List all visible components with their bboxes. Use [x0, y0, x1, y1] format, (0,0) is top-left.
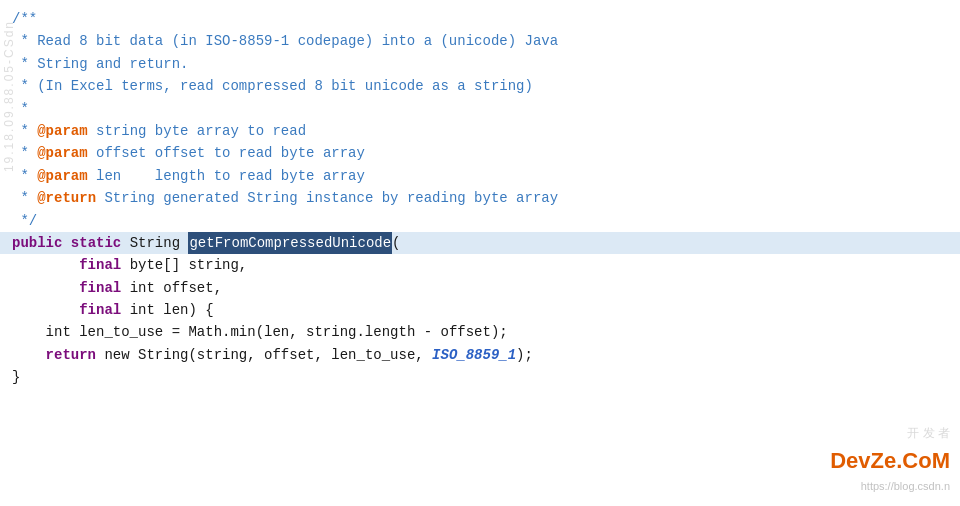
token — [12, 254, 79, 276]
token: @return — [37, 187, 96, 209]
watermark-br: 开 发 者 DevZe.CoM https://blog.csdn.n — [830, 424, 950, 496]
token: final — [79, 299, 121, 321]
code-editor: 19.18.09.88.05-CSdn /** * Read 8 bit dat… — [0, 0, 960, 506]
token: final — [79, 254, 121, 276]
token — [12, 299, 79, 321]
code-line: public static String getFromCompressedUn… — [0, 232, 960, 254]
token: ( — [392, 232, 400, 254]
token: static — [71, 232, 121, 254]
code-line: final byte[] string, — [0, 254, 960, 276]
code-line: * (In Excel terms, read compressed 8 bit… — [0, 75, 960, 97]
code-line: * @param offset offset to read byte arra… — [0, 142, 960, 164]
token: @param — [37, 165, 87, 187]
code-line: * @return String generated String instan… — [0, 187, 960, 209]
token: * — [12, 120, 37, 142]
token: int offset, — [121, 277, 222, 299]
token: String — [121, 232, 188, 254]
watermark-badge-main: DevZe.CoM — [830, 443, 950, 478]
token: min — [230, 321, 255, 343]
token: */ — [12, 210, 37, 232]
token: @param — [37, 120, 87, 142]
code-lines: /** * Read 8 bit data (in ISO-8859-1 cod… — [0, 8, 960, 389]
code-line: * Read 8 bit data (in ISO-8859-1 codepag… — [0, 30, 960, 52]
token: int len) { — [121, 299, 213, 321]
code-line: } — [0, 366, 960, 388]
code-line: * String and return. — [0, 53, 960, 75]
code-line: * — [0, 98, 960, 120]
token: } — [12, 366, 20, 388]
code-line: */ — [0, 210, 960, 232]
token: * String and return. — [12, 53, 188, 75]
token: * — [12, 187, 37, 209]
method-highlight: getFromCompressedUnicode — [188, 232, 392, 254]
watermark-url: https://blog.csdn.n — [830, 478, 950, 496]
watermark-badge-top: 开 发 者 — [830, 424, 950, 443]
token: offset offset to read byte array — [88, 142, 365, 164]
token: * (In Excel terms, read compressed 8 bit… — [12, 75, 533, 97]
token — [12, 344, 46, 366]
token: byte[] string, — [121, 254, 247, 276]
token: * Read 8 bit data (in ISO-8859-1 codepag… — [12, 30, 558, 52]
token: * — [12, 98, 29, 120]
code-line: final int offset, — [0, 277, 960, 299]
token: len length to read byte array — [88, 165, 365, 187]
token: * — [12, 142, 37, 164]
code-line: * @param string byte array to read — [0, 120, 960, 142]
code-line: int len_to_use = Math.min(len, string.le… — [0, 321, 960, 343]
code-line: /** — [0, 8, 960, 30]
token — [62, 232, 70, 254]
token: /** — [12, 8, 37, 30]
token: (len, string.length - offset); — [256, 321, 508, 343]
token: int len_to_use = Math. — [12, 321, 230, 343]
code-line: * @param len length to read byte array — [0, 165, 960, 187]
token: final — [79, 277, 121, 299]
token: String generated String instance by read… — [96, 187, 558, 209]
token: ); — [516, 344, 533, 366]
token: public — [12, 232, 62, 254]
token: string byte array to read — [88, 120, 306, 142]
code-line: return new String(string, offset, len_to… — [0, 344, 960, 366]
token: return — [46, 344, 96, 366]
code-line: final int len) { — [0, 299, 960, 321]
token: * — [12, 165, 37, 187]
token — [12, 277, 79, 299]
token: new String(string, offset, len_to_use, — [96, 344, 432, 366]
token: @param — [37, 142, 87, 164]
token: ISO_8859_1 — [432, 344, 516, 366]
